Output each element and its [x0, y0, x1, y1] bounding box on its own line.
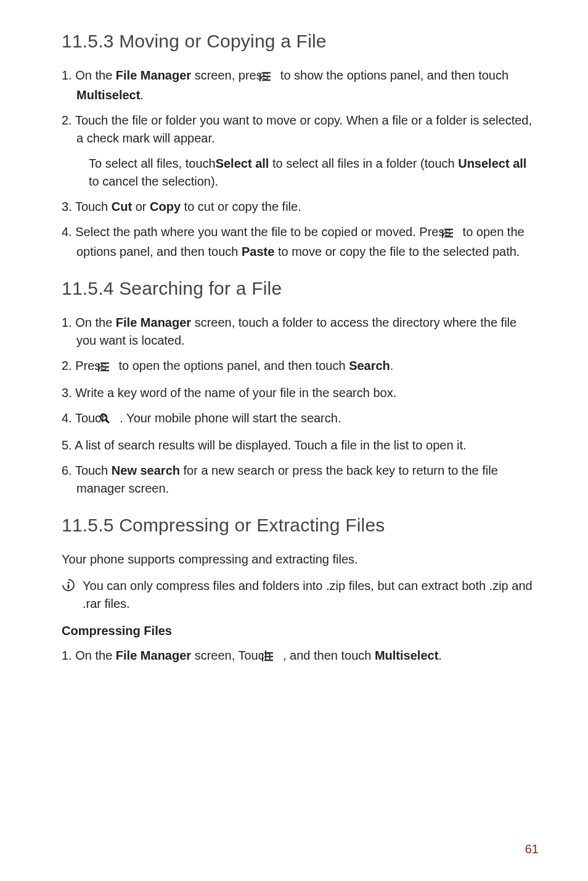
text: 3. Touch: [62, 200, 112, 213]
bold-text: New search: [112, 464, 180, 477]
svg-point-12: [100, 414, 107, 420]
text: or: [132, 200, 150, 213]
text: to open the options panel, and then touc…: [115, 359, 349, 372]
bold-text: Copy: [150, 200, 181, 213]
step-6: 6. Touch New search for a new search or …: [62, 462, 539, 498]
bold-text: Select all: [216, 157, 269, 170]
text: to show the options panel, and then touc…: [277, 68, 508, 82]
subheading-compressing-files: Compressing Files: [62, 624, 539, 638]
text: To select all files, touch: [89, 157, 216, 170]
info-icon: [62, 578, 75, 594]
section-heading-moving: 11.5.3 Moving or Copying a File: [62, 31, 539, 52]
text: 1. On the: [62, 316, 116, 329]
bold-text: File Manager: [116, 649, 191, 662]
bold-text: Unselect all: [458, 157, 526, 170]
bold-text: Paste: [242, 245, 274, 258]
svg-point-14: [67, 581, 69, 583]
step-2: 2. Press to open the options panel, and …: [62, 357, 539, 377]
text: to cut or copy the file.: [181, 200, 301, 213]
step-3: 3. Touch Cut or Copy to cut or copy the …: [62, 198, 539, 216]
text: to select all files in a folder (touch: [269, 157, 458, 170]
text: . Your mobile phone will start the searc…: [116, 411, 341, 425]
bold-text: Multiselect: [375, 649, 438, 662]
bold-text: Search: [349, 359, 390, 372]
step-1: 1. On the File Manager screen, Touch , a…: [62, 647, 539, 666]
note-text: You can only compress files and folders …: [83, 577, 539, 613]
text: .: [140, 88, 144, 102]
text: to cancel the selection).: [89, 174, 218, 188]
step-4: 4. Select the path where you want the fi…: [62, 223, 539, 261]
step-2: 2. Touch the file or folder you want to …: [62, 112, 539, 147]
svg-line-13: [106, 420, 109, 423]
step-1: 1. On the File Manager screen, press to …: [62, 67, 539, 104]
bold-text: Multiselect: [76, 88, 140, 102]
note-block: You can only compress files and folders …: [62, 577, 539, 613]
document-page: 11.5.3 Moving or Copying a File 1. On th…: [0, 0, 588, 881]
step-4: 4. Touch . Your mobile phone will start …: [62, 409, 539, 429]
sub-step: To select all files, touchSelect all to …: [62, 155, 539, 191]
section-heading-searching: 11.5.4 Searching for a File: [62, 278, 539, 299]
intro-text: Your phone supports compressing and extr…: [62, 551, 539, 568]
text: .: [390, 359, 394, 372]
step-1: 1. On the File Manager screen, touch a f…: [62, 314, 539, 350]
step-5: 5. A list of search results will be disp…: [62, 436, 539, 454]
section-heading-compressing: 11.5.5 Compressing or Extracting Files: [62, 515, 539, 536]
bold-text: Cut: [112, 200, 132, 213]
step-3: 3. Write a key word of the name of your …: [62, 384, 539, 402]
text: .: [438, 649, 442, 662]
text: 1. On the: [62, 68, 116, 82]
text: to move or copy the file to the selected…: [274, 245, 520, 258]
text: 6. Touch: [62, 464, 112, 477]
text: , and then touch: [279, 649, 375, 662]
text: 1. On the: [62, 649, 116, 662]
bold-text: File Manager: [116, 316, 191, 329]
page-number: 61: [525, 842, 539, 856]
svg-rect-15: [68, 584, 70, 589]
text: 4. Select the path where you want the fi…: [62, 225, 454, 239]
bold-text: File Manager: [116, 68, 191, 82]
